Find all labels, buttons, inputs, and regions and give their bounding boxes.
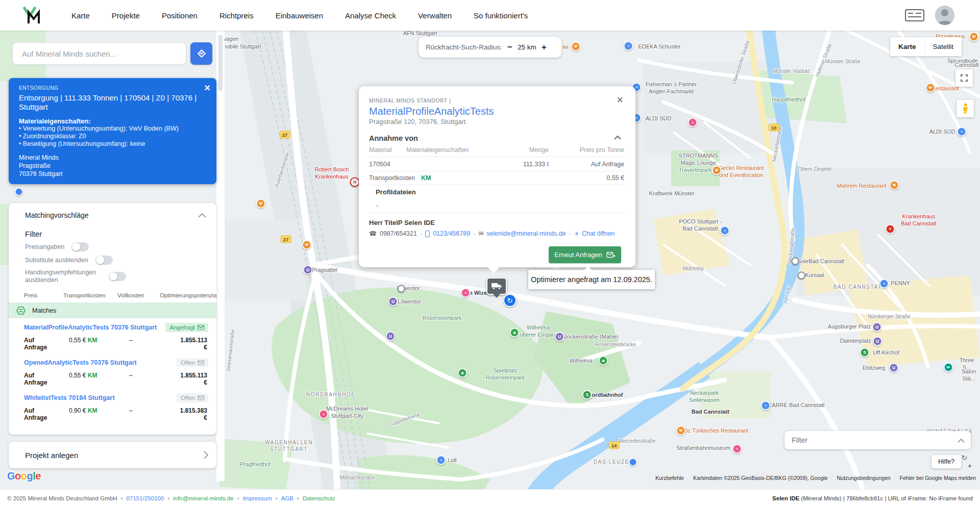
map-marker-park[interactable]: ♣ [599,356,608,366]
request-again-label: Erneut Anfragen [554,251,602,259]
footer-email-link[interactable]: info@mineral-minds.de [173,495,233,501]
map-marker-hospital[interactable]: H [350,178,360,187]
footer-phone-link[interactable]: 07151/250100 [127,495,164,501]
match-optimierung: 1.855.113 € [176,372,208,386]
status-badge: Offen [177,358,208,367]
map-marker-dot[interactable] [15,188,23,196]
map-marker-cross[interactable]: + [886,224,895,234]
help-button[interactable]: Hilfe? [931,454,962,469]
report-error-link[interactable]: Fehler bei Google Maps melden [900,475,976,481]
footer-agb-link[interactable]: AGB [281,495,293,501]
pegman-button[interactable] [957,100,974,117]
map-marker-attraction[interactable]: ▪ [732,444,742,454]
map-marker-shop[interactable]: ▪ [436,455,446,465]
nav-item-analyse-check[interactable]: Analyse Check [345,11,396,20]
map-marker-food[interactable]: Ψ [969,32,979,42]
map-marker-u[interactable]: U [303,265,313,275]
map-marker-s[interactable]: S [582,390,592,400]
footer-bar: © 2025 Mineral Minds Deutschland GmbH • … [0,489,980,507]
selected-location-marker[interactable] [486,277,507,295]
pan-map-icon[interactable]: + [968,462,972,470]
nav-item-positionen[interactable]: Positionen [162,11,198,20]
map-marker-food[interactable]: Ψ [890,181,899,190]
map-marker-attraction[interactable]: ▪ [688,118,698,128]
map-marker-attraction[interactable]: ▪ [461,288,471,298]
nav-item-karte[interactable]: Karte [71,11,90,20]
terms-link[interactable]: Nutzungsbedingungen [837,475,890,481]
toggle-substitute[interactable] [95,256,113,265]
scrollbar-thumb[interactable] [218,35,223,91]
map-marker-shop[interactable]: ▪ [879,279,889,289]
section-collapse-icon[interactable] [614,135,621,140]
map-marker-u[interactable]: U [388,297,398,307]
toggle-handlungsempfehlungen[interactable] [109,272,126,281]
popup-material-value: 170504 [369,161,390,168]
map-marker-food[interactable]: Ψ [712,166,722,175]
map-marker-shop[interactable]: ▪ [761,401,771,411]
map-marker-park[interactable]: ♣ [510,328,520,338]
search-input[interactable] [12,42,186,65]
collapse-chevron-icon[interactable] [198,213,206,218]
map-marker-hotel[interactable]: ▪ [319,410,329,419]
footer-impressum-link[interactable]: Impressum [243,495,272,501]
map-marker-food[interactable]: Ψ [676,426,686,436]
map-marker-food[interactable]: Ψ [926,83,936,93]
nav-item-einbauweisen[interactable]: Einbauweisen [276,11,323,20]
email-icon: ✉ [478,230,483,237]
request-again-button[interactable]: Erneut Anfragen [549,246,621,263]
footer-datenschutz-link[interactable]: Datenschutz [303,495,335,501]
truck-icon [491,283,502,290]
map-marker-park[interactable]: ♣ [458,368,468,378]
sidebar-scrollbar[interactable] [216,31,225,481]
rotate-map-icon[interactable]: ↻ [962,454,967,462]
shortcuts-link[interactable]: Kurzbefehle [655,475,684,481]
map-marker-scissors[interactable]: ✂ [944,363,953,372]
backhaul-marker[interactable]: ↻ [503,294,517,307]
map-marker-food[interactable]: Ψ [571,42,581,52]
match-link[interactable]: WhitelistTests 70184 Stuttgart [24,394,115,401]
nav-item-richtpreis[interactable]: Richtpreis [219,11,254,20]
nav-item-projekte[interactable]: Projekte [112,11,140,20]
map-filter-input[interactable] [791,436,958,445]
nav-item-so-funktionierts[interactable]: So funktioniert's [474,11,528,20]
popup-address: Pragstraße 120, 70376, Stuttgart [369,118,465,125]
match-link[interactable]: OpenedAnalyticTests 70376 Stuttgart [24,359,137,366]
user-avatar[interactable] [935,6,954,25]
fullscreen-button[interactable] [955,69,973,87]
map-marker-u[interactable]: U [889,363,899,373]
map-marker-gray[interactable] [792,258,799,265]
toggle-preisangaben[interactable] [71,242,89,251]
map-marker-u[interactable]: U [555,332,565,342]
map-marker-gray[interactable] [798,272,805,280]
contact-email-link[interactable]: selenide@mineral-minds.de [486,230,566,237]
popup-title-link[interactable]: MaterialProfileAnalyticTests [369,106,494,117]
mineral-minds-logo[interactable] [22,5,43,26]
map-marker-shop[interactable]: ▪ [957,127,967,137]
keyboard-icon[interactable] [904,9,925,22]
close-icon[interactable]: × [617,93,623,107]
chevron-up-icon[interactable] [958,438,965,443]
directions-button[interactable] [190,42,212,65]
radius-increase-button[interactable]: + [536,42,552,53]
match-link[interactable]: MaterialProfileAnalyticTests 70376 Stutt… [24,324,157,331]
toggle-label-handlungsempfehlungen: Handlungsempfehlungen ausblenden [25,269,102,284]
create-project-button[interactable]: Projekt anlegen [9,442,216,468]
status-badge: Angefragt [165,323,208,332]
radius-decrease-button[interactable]: − [502,42,518,53]
map-marker-u[interactable]: U [873,337,883,346]
map-marker-dot[interactable] [629,458,638,467]
map-marker-shop[interactable]: ▪ [624,41,633,51]
map-marker-u[interactable]: U [872,322,882,332]
map-marker-u[interactable]: U [386,332,396,341]
contact-mobile-link[interactable]: 0123/456789 [433,230,470,237]
map-type-satellit[interactable]: Satellit [924,37,962,56]
map-marker-food[interactable]: Ψ [256,199,266,209]
map-type-karte[interactable]: Karte [890,37,924,56]
map-marker-shop[interactable]: ▪ [720,226,730,236]
map-marker-food[interactable]: Ψ [302,240,312,250]
map-marker-s[interactable]: S [860,348,870,358]
nav-item-verwalten[interactable]: Verwalten [418,11,452,20]
match-price: Auf Anfrage [24,372,51,387]
map-marker-gray[interactable] [398,285,405,293]
chat-link[interactable]: Chat öffnen [582,230,615,237]
